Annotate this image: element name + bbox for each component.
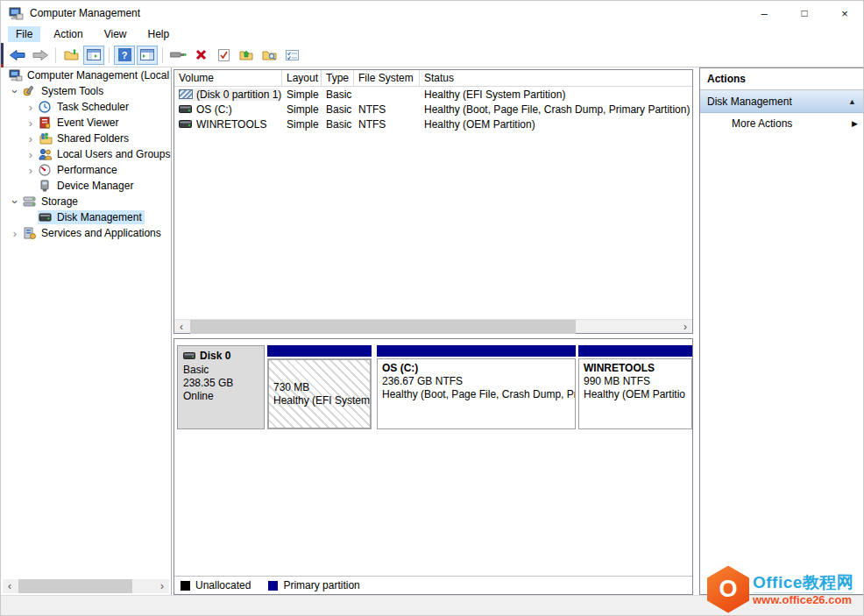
menu-action[interactable]: Action (46, 26, 90, 42)
folder-search-icon[interactable] (258, 46, 280, 65)
toolbar-separator (55, 47, 56, 63)
hatched-volume-icon (179, 89, 193, 99)
disk-graphical-pane: Disk 0 Basic 238.35 GB Online 730 MB Hea… (174, 338, 693, 595)
tree-item-device-manager[interactable]: Device Manager (1, 178, 171, 194)
volume-type: Basic (322, 89, 354, 101)
disk-status: Online (183, 390, 258, 403)
scroll-left-icon[interactable]: ‹ (3, 579, 17, 593)
scrollbar-thumb[interactable] (18, 579, 132, 593)
partition-efi-system[interactable]: 730 MB Healthy (EFI System (267, 345, 372, 429)
menu-view[interactable]: View (96, 26, 135, 42)
action-pane-toggle-icon[interactable] (137, 46, 158, 65)
primary-partition-swatch (268, 581, 278, 591)
folder-up-icon[interactable] (236, 46, 257, 65)
console-tree-pane: Computer Management (Local › System Tool… (1, 67, 172, 595)
computer-management-window: Computer Management – □ × File Action Vi… (0, 0, 864, 616)
chevron-expanded-icon[interactable]: › (9, 84, 22, 98)
tree-item-system-tools[interactable]: › System Tools (1, 83, 171, 99)
collapse-up-icon[interactable]: ▲ (848, 97, 856, 106)
window-title: Computer Management (30, 7, 140, 19)
legend-bar: Unallocated Primary partition (174, 576, 692, 594)
office-logo-icon: O (707, 566, 749, 613)
forward-icon[interactable] (30, 46, 51, 65)
tree-item-label: Performance (57, 164, 117, 176)
actions-group-disk-management[interactable]: Disk Management ▲ (700, 90, 863, 113)
partition-color-band (267, 345, 372, 357)
column-header-type[interactable]: Type (322, 70, 354, 86)
scrollbar-thumb[interactable] (190, 320, 576, 334)
volume-name: WINRETOOLS (196, 118, 266, 131)
tree-horizontal-scrollbar[interactable]: ‹ › (3, 579, 169, 593)
volume-name: OS (C:) (196, 103, 232, 116)
chevron-collapsed-icon[interactable]: › (24, 164, 38, 177)
disk-name: Disk 0 (200, 350, 230, 362)
chevron-collapsed-icon[interactable]: › (24, 132, 38, 145)
menu-help[interactable]: Help (140, 26, 178, 42)
volume-status: Healthy (EFI System Partition) (420, 89, 692, 101)
checklist-icon[interactable] (281, 46, 302, 65)
back-icon[interactable] (7, 46, 28, 65)
device-icon[interactable] (167, 46, 188, 65)
tree-item-label: Local Users and Groups (57, 148, 170, 160)
tree-item-services-and-applications[interactable]: › Services and Applications (1, 225, 171, 241)
tree-item-label: Storage (41, 195, 78, 208)
chevron-collapsed-icon[interactable]: › (24, 148, 38, 161)
delete-icon[interactable] (190, 46, 211, 65)
volume-row-winretools[interactable]: WINRETOOLS Simple Basic NTFS Healthy (OE… (174, 117, 692, 131)
volume-status: Healthy (OEM Partition) (420, 118, 692, 131)
chevron-collapsed-icon[interactable]: › (24, 101, 38, 114)
tree-item-performance[interactable]: › Performance (1, 162, 171, 178)
export-list-icon[interactable] (60, 46, 81, 65)
help-icon[interactable]: ? (114, 46, 135, 65)
volume-row-efi[interactable]: (Disk 0 partition 1) Simple Basic Health… (174, 87, 692, 102)
volume-icon (179, 104, 193, 114)
expand-right-icon[interactable]: ▶ (852, 119, 858, 128)
partition-winretools[interactable]: WINRETOOLS 990 MB NTFS Healthy (OEM Part… (578, 345, 692, 429)
volume-layout: Simple (282, 118, 322, 131)
partition-os-c[interactable]: OS (C:) 236.67 GB NTFS Healthy (Boot, Pa… (377, 345, 576, 429)
scroll-right-icon[interactable]: › (155, 579, 169, 593)
partition-status: Healthy (OEM Partitio (584, 388, 687, 401)
scroll-left-icon[interactable]: ‹ (174, 320, 188, 334)
partition-size: 730 MB (273, 381, 365, 394)
chevron-collapsed-icon[interactable]: › (24, 117, 38, 130)
partition-title: OS (C:) (382, 362, 570, 375)
volume-icon (179, 119, 193, 129)
properties-check-icon[interactable] (213, 46, 234, 65)
disk-icon (183, 351, 196, 360)
tree-item-disk-management[interactable]: Disk Management (1, 209, 171, 225)
tree-item-label: Event Viewer (57, 117, 118, 129)
legend-label: Unallocated (195, 579, 251, 591)
volume-horizontal-scrollbar[interactable]: ‹ › (174, 319, 692, 333)
partition-size: 236.67 GB NTFS (382, 375, 570, 388)
console-tree-toggle-icon[interactable] (83, 46, 104, 65)
scroll-right-icon[interactable]: › (678, 320, 692, 334)
column-header-layout[interactable]: Layout (282, 70, 322, 86)
more-actions-item[interactable]: More Actions ▶ (700, 113, 863, 134)
minimize-button[interactable]: – (744, 1, 784, 25)
tree-item-label: Task Scheduler (57, 101, 129, 113)
tree-item-shared-folders[interactable]: › Shared Folders (1, 131, 171, 146)
title-bar: Computer Management – □ × (1, 1, 864, 25)
tree-item-local-users-and-groups[interactable]: › Local Users and Groups (1, 146, 171, 162)
disk-type: Basic (183, 364, 258, 377)
partition-size: 990 MB NTFS (584, 375, 687, 388)
disk0-label-panel[interactable]: Disk 0 Basic 238.35 GB Online (177, 345, 265, 429)
tree-item-computer-management[interactable]: Computer Management (Local (1, 67, 171, 83)
actions-header: Actions (700, 68, 863, 90)
tree-item-storage[interactable]: › Storage (1, 194, 171, 209)
column-header-volume[interactable]: Volume (174, 70, 282, 86)
volume-row-os-c[interactable]: OS (C:) Simple Basic NTFS Healthy (Boot,… (174, 102, 692, 117)
volume-table-header: Volume Layout Type File System Status (174, 70, 692, 87)
close-button[interactable]: × (825, 1, 864, 25)
volume-layout: Simple (282, 103, 322, 116)
tree-item-task-scheduler[interactable]: › Task Scheduler (1, 99, 171, 115)
menu-file[interactable]: File (8, 26, 40, 42)
chevron-collapsed-icon[interactable]: › (8, 227, 22, 240)
column-header-status[interactable]: Status (420, 70, 692, 86)
maximize-button[interactable]: □ (784, 1, 825, 25)
chevron-expanded-icon[interactable]: › (9, 195, 22, 209)
tree-item-event-viewer[interactable]: › Event Viewer (1, 115, 171, 131)
column-header-file-system[interactable]: File System (354, 70, 420, 86)
toolbar: ? (1, 43, 864, 67)
